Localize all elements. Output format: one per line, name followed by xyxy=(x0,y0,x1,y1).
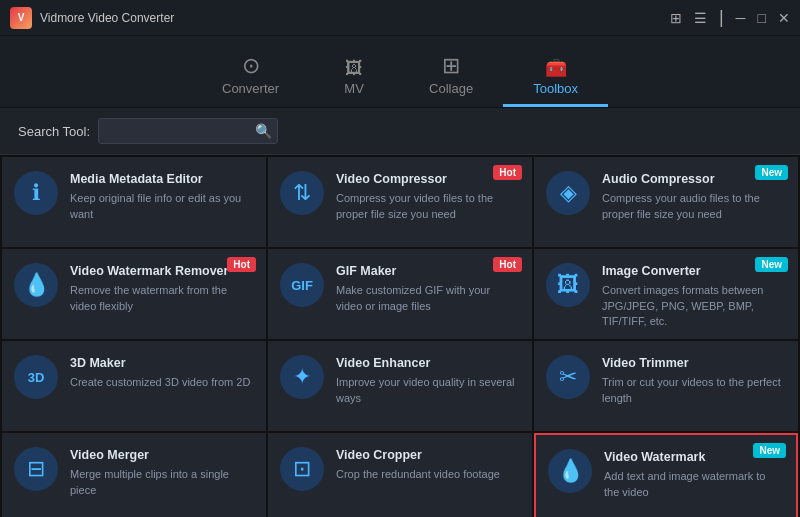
grid-icon[interactable]: ⊞ xyxy=(670,10,682,26)
tool-desc-gif-maker: Make customized GIF with your video or i… xyxy=(336,283,518,314)
tool-desc-video-merger: Merge multiple clips into a single piece xyxy=(70,467,252,498)
tool-name-video-enhancer: Video Enhancer xyxy=(336,355,518,371)
tool-desc-video-cropper: Crop the redundant video footage xyxy=(336,467,518,482)
tool-name-video-compressor: Video Compressor xyxy=(336,171,518,187)
tool-card-video-merger[interactable]: ⊟Video MergerMerge multiple clips into a… xyxy=(2,433,266,517)
converter-icon: ⊙ xyxy=(242,55,260,77)
tool-icon-media-metadata-editor: ℹ xyxy=(14,171,58,215)
search-wrapper: 🔍 xyxy=(98,118,278,144)
maximize-icon[interactable]: □ xyxy=(758,10,766,26)
collage-icon: ⊞ xyxy=(442,55,460,77)
tab-collage[interactable]: ⊞ Collage xyxy=(399,47,503,107)
close-icon[interactable]: ✕ xyxy=(778,10,790,26)
toolbox-icon: 🧰 xyxy=(545,59,567,77)
tool-desc-video-compressor: Compress your video files to the proper … xyxy=(336,191,518,222)
tool-icon-image-converter: 🖼 xyxy=(546,263,590,307)
tool-card-audio-compressor[interactable]: New◈Audio CompressorCompress your audio … xyxy=(534,157,798,247)
nav-tabs: ⊙ Converter 🖼 MV ⊞ Collage 🧰 Toolbox xyxy=(0,36,800,108)
tool-info-video-trimmer: Video TrimmerTrim or cut your videos to … xyxy=(602,355,784,406)
search-bar: Search Tool: 🔍 xyxy=(0,108,800,155)
search-icon[interactable]: 🔍 xyxy=(255,123,272,139)
tool-icon-gif-maker: GIF xyxy=(280,263,324,307)
badge-video-watermark: New xyxy=(753,443,786,458)
tool-info-video-enhancer: Video EnhancerImprove your video quality… xyxy=(336,355,518,406)
tool-icon-video-watermark: 💧 xyxy=(548,449,592,493)
tool-card-gif-maker[interactable]: HotGIFGIF MakerMake customized GIF with … xyxy=(268,249,532,339)
tool-info-video-cropper: Video CropperCrop the redundant video fo… xyxy=(336,447,518,483)
tool-icon-video-enhancer: ✦ xyxy=(280,355,324,399)
tool-info-video-compressor: Video CompressorCompress your video file… xyxy=(336,171,518,222)
tool-card-video-enhancer[interactable]: ✦Video EnhancerImprove your video qualit… xyxy=(268,341,532,431)
badge-image-converter: New xyxy=(755,257,788,272)
tab-mv-label: MV xyxy=(344,81,364,96)
tool-name-gif-maker: GIF Maker xyxy=(336,263,518,279)
tool-card-video-watermark[interactable]: New💧Video WatermarkAdd text and image wa… xyxy=(534,433,798,517)
tool-desc-audio-compressor: Compress your audio files to the proper … xyxy=(602,191,784,222)
badge-video-watermark-remover: Hot xyxy=(227,257,256,272)
tool-card-video-watermark-remover[interactable]: Hot💧Video Watermark RemoverRemove the wa… xyxy=(2,249,266,339)
tools-grid: ℹMedia Metadata EditorKeep original file… xyxy=(0,155,800,517)
badge-gif-maker: Hot xyxy=(493,257,522,272)
tool-desc-video-trimmer: Trim or cut your videos to the perfect l… xyxy=(602,375,784,406)
tool-icon-3d-maker: 3D xyxy=(14,355,58,399)
tab-toolbox[interactable]: 🧰 Toolbox xyxy=(503,51,608,107)
search-input[interactable] xyxy=(98,118,278,144)
badge-video-compressor: Hot xyxy=(493,165,522,180)
tool-info-video-merger: Video MergerMerge multiple clips into a … xyxy=(70,447,252,498)
tool-card-video-cropper[interactable]: ⊡Video CropperCrop the redundant video f… xyxy=(268,433,532,517)
tool-icon-video-trimmer: ✂ xyxy=(546,355,590,399)
app-title: Vidmore Video Converter xyxy=(40,11,174,25)
tool-name-media-metadata-editor: Media Metadata Editor xyxy=(70,171,252,187)
tab-mv[interactable]: 🖼 MV xyxy=(309,51,399,107)
tool-name-video-cropper: Video Cropper xyxy=(336,447,518,463)
separator: | xyxy=(719,7,724,28)
tool-icon-video-cropper: ⊡ xyxy=(280,447,324,491)
tool-info-media-metadata-editor: Media Metadata EditorKeep original file … xyxy=(70,171,252,222)
tool-info-video-watermark-remover: Video Watermark RemoverRemove the waterm… xyxy=(70,263,252,314)
tool-desc-video-enhancer: Improve your video quality in several wa… xyxy=(336,375,518,406)
tool-name-video-trimmer: Video Trimmer xyxy=(602,355,784,371)
tab-converter[interactable]: ⊙ Converter xyxy=(192,47,309,107)
app-logo: V xyxy=(10,7,32,29)
tool-icon-video-compressor: ⇅ xyxy=(280,171,324,215)
tab-converter-label: Converter xyxy=(222,81,279,96)
tool-card-media-metadata-editor[interactable]: ℹMedia Metadata EditorKeep original file… xyxy=(2,157,266,247)
tool-icon-video-merger: ⊟ xyxy=(14,447,58,491)
tool-name-3d-maker: 3D Maker xyxy=(70,355,252,371)
tab-collage-label: Collage xyxy=(429,81,473,96)
tool-info-image-converter: Image ConverterConvert images formats be… xyxy=(602,263,784,329)
tool-card-3d-maker[interactable]: 3D3D MakerCreate customized 3D video fro… xyxy=(2,341,266,431)
tool-name-video-watermark-remover: Video Watermark Remover xyxy=(70,263,252,279)
title-bar-left: V Vidmore Video Converter xyxy=(10,7,174,29)
tool-info-gif-maker: GIF MakerMake customized GIF with your v… xyxy=(336,263,518,314)
tool-card-video-compressor[interactable]: Hot⇅Video CompressorCompress your video … xyxy=(268,157,532,247)
menu-icon[interactable]: ☰ xyxy=(694,10,707,26)
tool-card-image-converter[interactable]: New🖼Image ConverterConvert images format… xyxy=(534,249,798,339)
badge-audio-compressor: New xyxy=(755,165,788,180)
title-bar-right: ⊞ ☰ | ─ □ ✕ xyxy=(670,7,790,28)
tool-desc-media-metadata-editor: Keep original file info or edit as you w… xyxy=(70,191,252,222)
tool-desc-image-converter: Convert images formats between JPG/JPEG,… xyxy=(602,283,784,329)
tool-name-video-merger: Video Merger xyxy=(70,447,252,463)
tool-icon-video-watermark-remover: 💧 xyxy=(14,263,58,307)
tab-toolbox-label: Toolbox xyxy=(533,81,578,96)
mv-icon: 🖼 xyxy=(345,59,363,77)
minimize-icon[interactable]: ─ xyxy=(736,10,746,26)
tool-desc-video-watermark: Add text and image watermark to the vide… xyxy=(604,469,782,500)
tool-info-3d-maker: 3D MakerCreate customized 3D video from … xyxy=(70,355,252,391)
tool-card-video-trimmer[interactable]: ✂Video TrimmerTrim or cut your videos to… xyxy=(534,341,798,431)
tool-desc-3d-maker: Create customized 3D video from 2D xyxy=(70,375,252,390)
tool-desc-video-watermark-remover: Remove the watermark from the video flex… xyxy=(70,283,252,314)
tool-icon-audio-compressor: ◈ xyxy=(546,171,590,215)
search-label: Search Tool: xyxy=(18,124,90,139)
title-bar: V Vidmore Video Converter ⊞ ☰ | ─ □ ✕ xyxy=(0,0,800,36)
